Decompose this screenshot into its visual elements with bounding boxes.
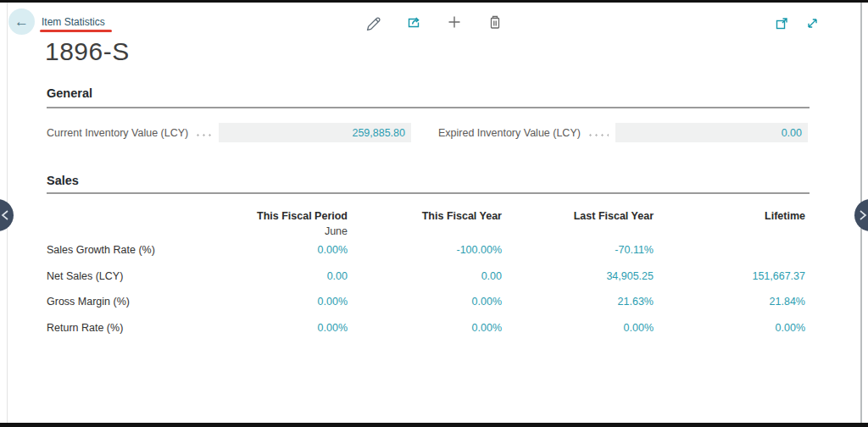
expand-icon xyxy=(805,16,820,30)
general-section-title: General xyxy=(47,86,92,100)
cell-value[interactable]: -100.00% xyxy=(348,244,502,256)
cell-value[interactable]: -70.11% xyxy=(502,244,654,256)
field-label: Current Inventory Value (LCY) xyxy=(47,127,188,139)
breadcrumb[interactable]: Item Statistics xyxy=(42,16,105,28)
popout-icon xyxy=(775,16,789,30)
chevron-left-icon xyxy=(1,209,9,221)
cell-value[interactable]: 0.00% xyxy=(348,296,502,308)
column-header: This Fiscal Period xyxy=(195,210,348,222)
window-controls xyxy=(774,15,820,30)
column-header: This Fiscal Year xyxy=(348,210,502,222)
cell-value[interactable]: 0.00% xyxy=(195,296,348,308)
new-button[interactable] xyxy=(446,14,463,30)
field-value[interactable]: 259,885.80 xyxy=(219,123,411,142)
cell-value[interactable]: 21.63% xyxy=(502,296,654,308)
table-row-gross-margin: Gross Margin (%) 0.00% 0.00% 21.63% 21.8… xyxy=(47,289,805,315)
item-statistics-page: ← Item Statistics xyxy=(0,0,868,427)
page-toolbar xyxy=(364,14,504,30)
cell-value[interactable]: 0.00% xyxy=(195,244,348,256)
cell-value[interactable]: 0.00% xyxy=(348,322,502,334)
delete-button[interactable] xyxy=(487,14,504,30)
cell-value[interactable]: 34,905.25 xyxy=(502,270,654,282)
column-header: Last Fiscal Year xyxy=(502,210,654,222)
column-subheader: June xyxy=(195,225,348,237)
field-current-inventory-value: Current Inventory Value (LCY) 259,885.80 xyxy=(47,123,411,142)
row-label: Return Rate (%) xyxy=(47,322,195,334)
top-black-bar xyxy=(0,0,868,3)
field-label: Expired Inventory Value (LCY) xyxy=(438,127,581,139)
sales-section-title: Sales xyxy=(47,174,79,187)
table-subheader-row: June xyxy=(47,225,805,237)
table-row-return-rate: Return Rate (%) 0.00% 0.00% 0.00% 0.00% xyxy=(47,315,805,341)
column-header: Lifetime xyxy=(654,210,805,222)
bottom-black-bar xyxy=(0,423,868,427)
page-title: 1896-S xyxy=(45,37,130,66)
sales-section-rule xyxy=(47,192,810,194)
share-icon xyxy=(405,14,422,30)
field-value[interactable]: 0.00 xyxy=(615,123,808,142)
edit-button[interactable] xyxy=(364,14,381,30)
row-label: Net Sales (LCY) xyxy=(47,270,195,282)
cell-value[interactable]: 0.00% xyxy=(502,322,654,334)
trash-icon xyxy=(487,14,504,30)
table-row-sales-growth-rate: Sales Growth Rate (%) 0.00% -100.00% -70… xyxy=(47,237,805,263)
row-label: Gross Margin (%) xyxy=(47,296,195,308)
table-header-row: This Fiscal Period This Fiscal Year Last… xyxy=(47,210,805,222)
table-row-net-sales: Net Sales (LCY) 0.00 0.00 34,905.25 151,… xyxy=(47,263,805,290)
expand-button[interactable] xyxy=(804,15,820,30)
cell-value[interactable]: 0.00% xyxy=(195,322,348,334)
back-button[interactable]: ← xyxy=(8,8,35,35)
cell-value[interactable]: 21.84% xyxy=(654,296,805,308)
cell-value[interactable]: 0.00% xyxy=(654,322,805,334)
field-expired-inventory-value: Expired Inventory Value (LCY) 0.00 xyxy=(438,123,808,142)
open-in-new-window-button[interactable] xyxy=(774,15,789,30)
general-section-rule xyxy=(47,107,810,108)
dotted-leader xyxy=(587,134,609,136)
cell-value[interactable]: 151,667.37 xyxy=(654,270,805,282)
share-button[interactable] xyxy=(405,14,422,30)
pencil-icon xyxy=(364,14,381,30)
plus-icon xyxy=(446,14,463,30)
cell-value[interactable]: 0.00 xyxy=(195,270,348,282)
dotted-leader xyxy=(195,134,212,136)
cell-value[interactable]: 0.00 xyxy=(348,270,502,282)
row-label: Sales Growth Rate (%) xyxy=(47,244,195,256)
previous-page-button[interactable] xyxy=(0,199,14,231)
red-annotation-underline xyxy=(40,30,112,32)
back-arrow-icon: ← xyxy=(14,14,29,30)
next-page-button[interactable] xyxy=(854,199,868,231)
sales-statistics-table: This Fiscal Period This Fiscal Year Last… xyxy=(47,210,805,341)
chevron-right-icon xyxy=(859,209,867,221)
